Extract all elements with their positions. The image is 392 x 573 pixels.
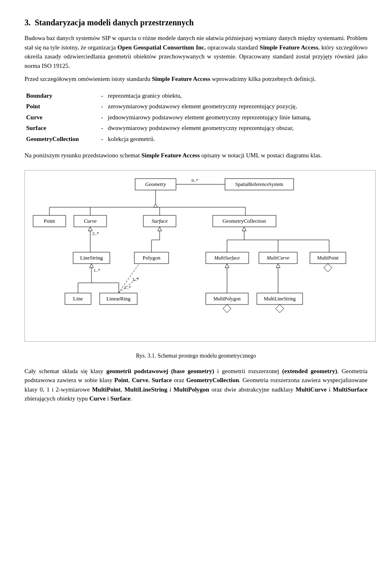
svg-text:GeometryCollection: GeometryCollection — [223, 218, 266, 224]
uml-diagram-svg: Geometry SpatialReferenceSystem 0..* Poi… — [25, 170, 375, 341]
svg-rect-34 — [100, 293, 137, 304]
uml-diagram: Geometry SpatialReferenceSystem 0..* Poi… — [24, 170, 376, 342]
svg-rect-54 — [259, 252, 297, 264]
def-dash-point: - — [98, 101, 106, 112]
svg-text:MultiPoint: MultiPoint — [317, 255, 339, 261]
svg-rect-15 — [74, 215, 107, 227]
svg-text:LineString: LineString — [80, 255, 103, 261]
svg-rect-13 — [33, 215, 66, 227]
paragraph-before-diagram: Na poniższym rysunku przedstawiono schem… — [24, 151, 368, 160]
def-dash-curve: - — [98, 112, 106, 123]
svg-text:1..*: 1..* — [124, 285, 131, 290]
svg-text:Curve: Curve — [84, 218, 97, 224]
svg-text:Point: Point — [44, 218, 55, 224]
svg-rect-52 — [206, 252, 249, 264]
def-term-surface: Surface — [24, 123, 98, 134]
svg-line-42 — [118, 264, 139, 293]
paragraph-2: Przed szczegółowym omówieniem istoty sta… — [24, 74, 368, 84]
paragraph-after-diagram: Cały schemat składa się klasy geometrii … — [24, 367, 368, 403]
svg-text:SpatialReferenceSystem: SpatialReferenceSystem — [235, 181, 283, 187]
svg-text:1..*: 1..* — [132, 277, 139, 282]
svg-marker-30 — [89, 264, 94, 268]
svg-rect-17 — [143, 215, 176, 227]
svg-marker-41 — [158, 227, 162, 231]
svg-rect-64 — [257, 293, 303, 304]
svg-line-44 — [118, 277, 139, 293]
svg-text:0..*: 0..* — [192, 178, 198, 183]
def-dash-boundary: - — [98, 90, 106, 101]
svg-text:MultiCurve: MultiCurve — [266, 255, 290, 261]
svg-rect-24 — [73, 252, 110, 264]
svg-rect-56 — [310, 252, 346, 264]
def-row-surface: Surface - dwuwymiarowy podstawowy elemen… — [24, 123, 368, 134]
svg-marker-59 — [225, 264, 229, 268]
def-dash-surface: - — [98, 123, 106, 134]
def-dash-geocoll: - — [98, 134, 106, 145]
svg-marker-68 — [276, 304, 284, 313]
def-row-boundary: Boundary - reprezentacja granicy obiektu… — [24, 90, 368, 101]
def-desc-surface: dwuwymiarowy podstawowy element geometry… — [106, 123, 368, 134]
svg-marker-63 — [276, 264, 280, 268]
def-desc-geocoll: kolekcja geometrii. — [106, 134, 368, 145]
paragraph-1: Budowa baz danych systemów SIP w oparciu… — [24, 34, 368, 70]
definitions-table: Boundary - reprezentacja granicy obiektu… — [24, 90, 368, 145]
svg-text:2..*: 2..* — [92, 231, 99, 236]
def-row-point: Point - zerowymiarowy podstawowy element… — [24, 101, 368, 112]
svg-text:Line: Line — [73, 295, 83, 302]
def-desc-point: zerowymiarowy podstawowy element geometr… — [106, 101, 368, 112]
svg-marker-66 — [324, 264, 332, 272]
svg-text:Polygon: Polygon — [143, 255, 160, 261]
svg-text:MultiPolygon: MultiPolygon — [214, 296, 241, 302]
def-term-boundary: Boundary — [24, 90, 98, 101]
svg-rect-2 — [225, 179, 294, 190]
svg-text:LinearRing: LinearRing — [106, 295, 131, 302]
svg-text:1..*: 1..* — [94, 268, 100, 273]
svg-text:MultiSurface: MultiSurface — [214, 255, 240, 261]
def-desc-curve: jednowymiarowy podstawowy element geomet… — [106, 112, 368, 123]
section-title: 3. Standaryzacja modeli danych przestrze… — [24, 16, 368, 29]
def-desc-boundary: reprezentacja granicy obiektu, — [106, 90, 368, 101]
svg-marker-51 — [242, 227, 246, 231]
def-term-point: Point — [24, 101, 98, 112]
svg-marker-22 — [88, 227, 92, 231]
svg-text:Surface: Surface — [151, 218, 168, 224]
svg-rect-32 — [65, 293, 91, 304]
svg-marker-12 — [154, 204, 158, 207]
svg-text:MultiLineString: MultiLineString — [264, 296, 296, 302]
svg-marker-67 — [223, 304, 231, 313]
svg-rect-60 — [206, 293, 248, 304]
svg-text:Geometry: Geometry — [145, 181, 166, 187]
svg-rect-19 — [213, 215, 276, 227]
def-term-curve: Curve — [24, 112, 98, 123]
def-row-geocoll: GeometryCollection - kolekcja geometrii. — [24, 134, 368, 145]
def-row-curve: Curve - jednowymiarowy podstawowy elemen… — [24, 112, 368, 123]
svg-rect-36 — [134, 252, 169, 264]
def-term-geocoll: GeometryCollection — [24, 134, 98, 145]
fig-caption: Rys. 3.1. Schemat prostego modelu geomet… — [24, 351, 368, 360]
svg-rect-0 — [135, 179, 176, 190]
